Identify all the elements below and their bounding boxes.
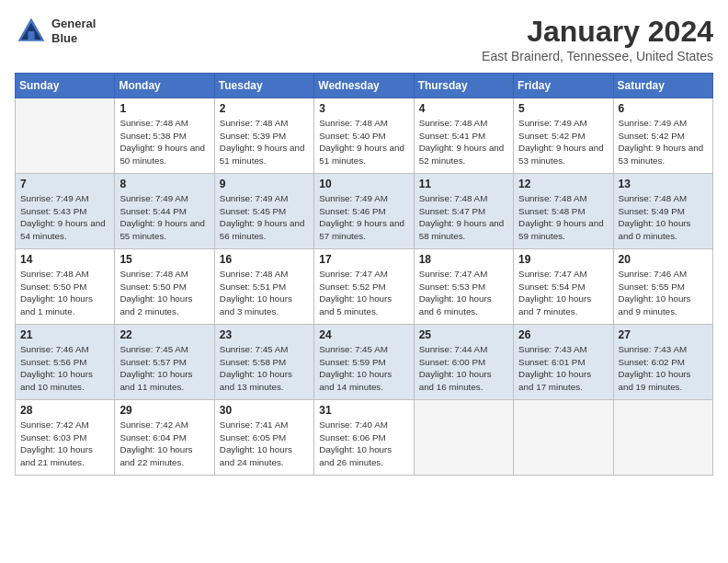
day-number: 28	[20, 404, 109, 417]
day-info: Sunrise: 7:47 AMSunset: 5:54 PMDaylight:…	[518, 268, 608, 318]
day-number: 3	[319, 102, 408, 115]
location-title: East Brainerd, Tennessee, United States	[482, 49, 713, 63]
svg-rect-2	[28, 31, 34, 40]
logo: General Blue	[15, 15, 96, 48]
day-number: 2	[220, 102, 309, 115]
calendar-week-row: 14Sunrise: 7:48 AMSunset: 5:50 PMDayligh…	[16, 249, 713, 325]
logo-line1: General	[51, 17, 96, 31]
calendar-cell: 20Sunrise: 7:46 AMSunset: 5:55 PMDayligh…	[613, 249, 712, 325]
weekday-header: Tuesday	[214, 74, 313, 98]
calendar-cell: 2Sunrise: 7:48 AMSunset: 5:39 PMDaylight…	[214, 98, 313, 174]
day-info: Sunrise: 7:46 AMSunset: 5:55 PMDaylight:…	[619, 268, 708, 318]
calendar-cell	[514, 400, 613, 476]
calendar-cell: 5Sunrise: 7:49 AMSunset: 5:42 PMDaylight…	[514, 98, 613, 174]
day-info: Sunrise: 7:47 AMSunset: 5:52 PMDaylight:…	[319, 268, 408, 318]
calendar-week-row: 1Sunrise: 7:48 AMSunset: 5:38 PMDaylight…	[16, 98, 713, 174]
day-info: Sunrise: 7:49 AMSunset: 5:44 PMDaylight:…	[119, 192, 209, 243]
day-info: Sunrise: 7:43 AMSunset: 6:02 PMDaylight:…	[619, 343, 708, 394]
weekday-header: Wednesday	[314, 74, 414, 98]
day-number: 27	[619, 328, 708, 341]
weekday-header: Sunday	[16, 74, 115, 98]
month-title: January 2024	[482, 15, 713, 49]
day-info: Sunrise: 7:49 AMSunset: 5:43 PMDaylight:…	[20, 192, 109, 243]
calendar-cell: 30Sunrise: 7:41 AMSunset: 6:05 PMDayligh…	[214, 400, 313, 476]
day-number: 15	[119, 253, 209, 266]
day-number: 19	[518, 253, 608, 266]
day-number: 4	[419, 102, 508, 115]
calendar-cell: 15Sunrise: 7:48 AMSunset: 5:50 PMDayligh…	[115, 249, 214, 325]
day-number: 14	[20, 253, 109, 266]
calendar-body: 1Sunrise: 7:48 AMSunset: 5:38 PMDaylight…	[16, 98, 713, 476]
weekday-header: Thursday	[414, 74, 513, 98]
calendar-cell: 1Sunrise: 7:48 AMSunset: 5:38 PMDaylight…	[115, 98, 214, 174]
calendar-cell	[613, 400, 712, 476]
day-info: Sunrise: 7:45 AMSunset: 5:57 PMDaylight:…	[119, 343, 209, 394]
calendar-cell: 14Sunrise: 7:48 AMSunset: 5:50 PMDayligh…	[16, 249, 115, 325]
weekday-header: Saturday	[613, 74, 712, 98]
day-number: 21	[20, 328, 109, 341]
day-number: 30	[220, 404, 309, 417]
day-number: 26	[518, 328, 608, 341]
calendar-cell: 10Sunrise: 7:49 AMSunset: 5:46 PMDayligh…	[314, 174, 414, 249]
calendar-cell: 12Sunrise: 7:48 AMSunset: 5:48 PMDayligh…	[514, 174, 613, 249]
page-header: General Blue January 2024 East Brainerd,…	[15, 15, 713, 63]
calendar-cell: 29Sunrise: 7:42 AMSunset: 6:04 PMDayligh…	[115, 400, 214, 476]
weekday-header: Monday	[115, 74, 214, 98]
day-number: 24	[319, 328, 408, 341]
logo-text: General Blue	[51, 17, 96, 45]
calendar-week-row: 28Sunrise: 7:42 AMSunset: 6:03 PMDayligh…	[16, 400, 713, 476]
title-area: January 2024 East Brainerd, Tennessee, U…	[482, 15, 713, 63]
day-info: Sunrise: 7:49 AMSunset: 5:42 PMDaylight:…	[518, 117, 608, 167]
day-info: Sunrise: 7:43 AMSunset: 6:01 PMDaylight:…	[518, 343, 608, 394]
calendar-table: SundayMondayTuesdayWednesdayThursdayFrid…	[15, 73, 713, 476]
calendar-week-row: 7Sunrise: 7:49 AMSunset: 5:43 PMDaylight…	[16, 174, 713, 249]
day-number: 7	[20, 178, 109, 190]
day-info: Sunrise: 7:42 AMSunset: 6:04 PMDaylight:…	[119, 419, 209, 469]
calendar-cell: 24Sunrise: 7:45 AMSunset: 5:59 PMDayligh…	[314, 325, 414, 400]
day-info: Sunrise: 7:49 AMSunset: 5:45 PMDaylight:…	[220, 192, 309, 243]
day-info: Sunrise: 7:47 AMSunset: 5:53 PMDaylight:…	[419, 268, 508, 318]
calendar-cell: 8Sunrise: 7:49 AMSunset: 5:44 PMDaylight…	[115, 174, 214, 249]
day-info: Sunrise: 7:49 AMSunset: 5:46 PMDaylight:…	[319, 192, 408, 243]
calendar-cell: 25Sunrise: 7:44 AMSunset: 6:00 PMDayligh…	[414, 325, 513, 400]
calendar-week-row: 21Sunrise: 7:46 AMSunset: 5:56 PMDayligh…	[16, 325, 713, 400]
day-info: Sunrise: 7:42 AMSunset: 6:03 PMDaylight:…	[20, 419, 109, 469]
calendar-cell: 27Sunrise: 7:43 AMSunset: 6:02 PMDayligh…	[613, 325, 712, 400]
day-number: 9	[220, 178, 309, 190]
day-info: Sunrise: 7:48 AMSunset: 5:51 PMDaylight:…	[220, 268, 309, 318]
calendar-cell: 21Sunrise: 7:46 AMSunset: 5:56 PMDayligh…	[16, 325, 115, 400]
day-info: Sunrise: 7:46 AMSunset: 5:56 PMDaylight:…	[20, 343, 109, 394]
day-number: 22	[119, 328, 209, 341]
day-info: Sunrise: 7:49 AMSunset: 5:42 PMDaylight:…	[619, 117, 708, 167]
calendar-cell: 7Sunrise: 7:49 AMSunset: 5:43 PMDaylight…	[16, 174, 115, 249]
day-info: Sunrise: 7:48 AMSunset: 5:50 PMDaylight:…	[20, 268, 109, 318]
day-number: 1	[119, 102, 209, 115]
day-info: Sunrise: 7:48 AMSunset: 5:49 PMDaylight:…	[619, 192, 708, 243]
logo-icon	[15, 15, 48, 48]
day-number: 31	[319, 404, 408, 417]
day-info: Sunrise: 7:48 AMSunset: 5:50 PMDaylight:…	[119, 268, 209, 318]
day-info: Sunrise: 7:40 AMSunset: 6:06 PMDaylight:…	[319, 419, 408, 469]
day-number: 12	[518, 178, 608, 190]
calendar-cell: 31Sunrise: 7:40 AMSunset: 6:06 PMDayligh…	[314, 400, 414, 476]
calendar-cell: 28Sunrise: 7:42 AMSunset: 6:03 PMDayligh…	[16, 400, 115, 476]
day-info: Sunrise: 7:48 AMSunset: 5:47 PMDaylight:…	[419, 192, 508, 243]
weekday-row: SundayMondayTuesdayWednesdayThursdayFrid…	[16, 74, 713, 98]
day-number: 25	[419, 328, 508, 341]
day-number: 10	[319, 178, 408, 190]
day-number: 16	[220, 253, 309, 266]
day-info: Sunrise: 7:48 AMSunset: 5:48 PMDaylight:…	[518, 192, 608, 243]
calendar-cell: 9Sunrise: 7:49 AMSunset: 5:45 PMDaylight…	[214, 174, 313, 249]
day-info: Sunrise: 7:45 AMSunset: 5:58 PMDaylight:…	[220, 343, 309, 394]
calendar-cell: 26Sunrise: 7:43 AMSunset: 6:01 PMDayligh…	[514, 325, 613, 400]
day-info: Sunrise: 7:48 AMSunset: 5:39 PMDaylight:…	[220, 117, 309, 167]
day-info: Sunrise: 7:41 AMSunset: 6:05 PMDaylight:…	[220, 419, 309, 469]
day-info: Sunrise: 7:48 AMSunset: 5:38 PMDaylight:…	[119, 117, 209, 167]
calendar-cell: 22Sunrise: 7:45 AMSunset: 5:57 PMDayligh…	[115, 325, 214, 400]
day-number: 5	[518, 102, 608, 115]
calendar-cell: 3Sunrise: 7:48 AMSunset: 5:40 PMDaylight…	[314, 98, 414, 174]
logo-line2: Blue	[51, 31, 96, 46]
calendar-cell	[16, 98, 115, 174]
calendar-cell: 4Sunrise: 7:48 AMSunset: 5:41 PMDaylight…	[414, 98, 513, 174]
calendar-cell: 19Sunrise: 7:47 AMSunset: 5:54 PMDayligh…	[514, 249, 613, 325]
